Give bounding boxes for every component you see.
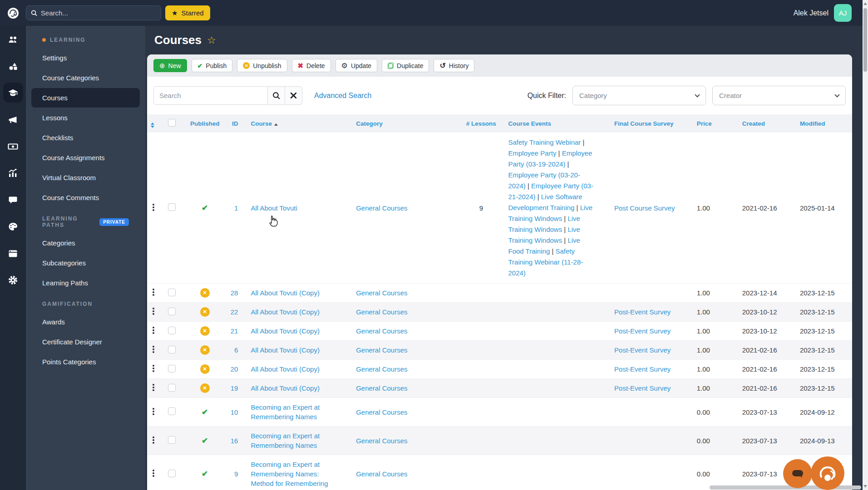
row-checkbox[interactable] <box>168 327 176 334</box>
table-search-input[interactable] <box>153 86 268 105</box>
sidebar-item-learning-paths[interactable]: Learning Paths <box>31 273 140 293</box>
update-button[interactable]: ⚙Update <box>335 59 378 72</box>
sidebar-item-course-categories[interactable]: Course Categories <box>31 68 140 88</box>
row-menu-kebab-icon[interactable] <box>153 368 154 369</box>
delete-button[interactable]: ✖Delete <box>292 59 331 72</box>
unpublish-button[interactable]: ✕Unpublish <box>237 59 287 72</box>
course-link[interactable]: All About Tovuti <box>251 204 297 212</box>
row-checkbox[interactable] <box>168 365 176 372</box>
col-published[interactable]: Published <box>185 114 225 132</box>
scroll-up-arrow-icon[interactable] <box>863 2 867 5</box>
sidebar-item-certificate-designer[interactable]: Certificate Designer <box>31 332 140 352</box>
sidebar-item-course-assignments[interactable]: Course Assignments <box>31 148 140 167</box>
sidebar-item-categories[interactable]: Categories <box>31 233 140 253</box>
tovuti-logo[interactable] <box>0 6 26 20</box>
sidebar-item-subcategories[interactable]: Subcategories <box>31 253 140 273</box>
rail-item-gear[interactable] <box>3 270 23 290</box>
col-course-events[interactable]: Course Events <box>500 114 607 132</box>
row-checkbox[interactable] <box>168 407 176 415</box>
course-link[interactable]: Becoming an Expert at Remembering Names <box>251 403 320 421</box>
final-survey-link[interactable]: Post-Event Survey <box>614 384 671 392</box>
vertical-scrollbar[interactable] <box>863 0 868 490</box>
rail-item-window[interactable] <box>3 243 23 263</box>
category-link[interactable]: General Courses <box>356 437 407 445</box>
search-clear-button[interactable] <box>285 86 302 105</box>
history-button[interactable]: ↺History <box>434 59 474 72</box>
select-all-checkbox[interactable] <box>168 119 176 127</box>
row-menu-kebab-icon[interactable] <box>153 206 154 208</box>
row-checkbox[interactable] <box>168 470 176 477</box>
chat-widget-button[interactable] <box>783 459 812 488</box>
course-id-link[interactable]: 6 <box>234 346 238 354</box>
rail-item-shapes[interactable] <box>3 56 23 76</box>
sidebar-item-lessons[interactable]: Lessons <box>31 108 140 127</box>
col-final-course-survey[interactable]: Final Course Survey <box>607 114 693 132</box>
final-survey-link[interactable]: Post-Event Survey <box>614 365 671 373</box>
row-menu-kebab-icon[interactable] <box>153 439 154 441</box>
sidebar-item-awards[interactable]: Awards <box>31 312 140 332</box>
course-id-link[interactable]: 9 <box>234 470 238 478</box>
category-link[interactable]: General Courses <box>356 204 407 212</box>
category-link[interactable]: General Courses <box>356 289 407 297</box>
course-id-link[interactable]: 22 <box>231 308 238 316</box>
col-course[interactable]: Course <box>242 114 350 132</box>
horizontal-scrollbar-thumb[interactable] <box>710 485 861 490</box>
advanced-search-link[interactable]: Advanced Search <box>314 92 371 100</box>
course-link[interactable]: Becoming an Expert at Remembering Names <box>251 432 320 449</box>
sidebar-item-points-categories[interactable]: Points Categories <box>31 352 140 372</box>
row-menu-kebab-icon[interactable] <box>153 411 154 412</box>
final-survey-link[interactable]: Post Course Survey <box>614 204 675 212</box>
help-widget-button[interactable] <box>811 456 844 490</box>
category-link[interactable]: General Courses <box>356 327 407 335</box>
course-id-link[interactable]: 1 <box>234 204 238 212</box>
category-link[interactable]: General Courses <box>356 346 407 354</box>
row-checkbox[interactable] <box>168 384 176 392</box>
category-link[interactable]: General Courses <box>356 470 407 478</box>
duplicate-button[interactable]: Duplicate <box>382 59 429 72</box>
final-survey-link[interactable]: Post-Event Survey <box>614 346 671 354</box>
course-id-link[interactable]: 10 <box>231 408 238 416</box>
rail-item-money[interactable] <box>3 136 23 156</box>
sidebar-item-course-comments[interactable]: Course Comments <box>31 188 140 207</box>
col-lessons[interactable]: # Lessons <box>462 114 500 132</box>
course-link[interactable]: All About Tovuti (Copy) <box>251 365 319 373</box>
course-link[interactable]: Becoming an Expert at Remembering Names:… <box>251 461 328 487</box>
row-checkbox[interactable] <box>168 203 176 211</box>
course-id-link[interactable]: 19 <box>231 384 238 392</box>
category-link[interactable]: General Courses <box>356 408 407 416</box>
rail-item-graduation-cap[interactable] <box>3 83 23 103</box>
course-event-link[interactable]: Safety Training Webinar <box>508 138 581 146</box>
rail-item-users[interactable] <box>3 29 23 49</box>
course-id-link[interactable]: 16 <box>231 437 238 445</box>
row-menu-kebab-icon[interactable] <box>153 291 154 293</box>
favorite-star-icon[interactable]: ☆ <box>207 34 216 46</box>
global-search-input[interactable] <box>41 9 156 17</box>
col-category[interactable]: Category <box>350 114 462 132</box>
course-link[interactable]: All About Tovuti (Copy) <box>251 289 319 297</box>
starred-button[interactable]: ★ Starred <box>165 5 210 20</box>
course-event-link[interactable]: Employee Party <box>508 149 557 157</box>
course-link[interactable]: All About Tovuti (Copy) <box>251 327 319 335</box>
search-submit-button[interactable] <box>268 86 285 105</box>
row-checkbox[interactable] <box>168 308 176 315</box>
creator-filter-dropdown[interactable]: Creator <box>712 86 846 105</box>
category-link[interactable]: General Courses <box>356 384 407 392</box>
scroll-down-arrow-icon[interactable] <box>863 485 867 488</box>
sidebar-item-courses[interactable]: Courses <box>31 88 140 108</box>
course-link[interactable]: All About Tovuti (Copy) <box>251 384 319 392</box>
category-filter-dropdown[interactable]: Category <box>572 86 706 105</box>
course-id-link[interactable]: 21 <box>231 327 238 335</box>
rail-item-palette[interactable] <box>3 216 23 236</box>
row-menu-kebab-icon[interactable] <box>153 329 154 331</box>
row-checkbox[interactable] <box>168 289 176 296</box>
course-id-link[interactable]: 20 <box>231 365 238 373</box>
row-menu-kebab-icon[interactable] <box>153 310 154 312</box>
publish-button[interactable]: ✔Publish <box>192 59 233 72</box>
row-menu-kebab-icon[interactable] <box>153 387 154 388</box>
row-checkbox[interactable] <box>168 436 176 444</box>
col-modified[interactable]: Modified <box>796 114 852 132</box>
course-id-link[interactable]: 28 <box>231 289 238 297</box>
row-menu-kebab-icon[interactable] <box>153 348 154 350</box>
category-link[interactable]: General Courses <box>356 308 407 316</box>
col-price[interactable]: Price <box>693 114 739 132</box>
